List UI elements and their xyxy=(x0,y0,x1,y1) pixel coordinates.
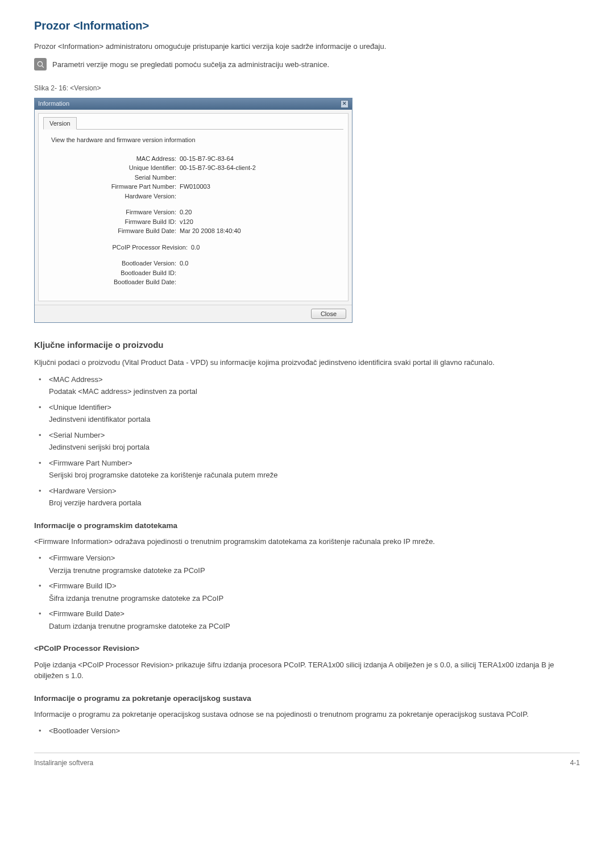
li-desc: Šifra izdanja trenutne programske datote… xyxy=(49,593,580,604)
close-icon[interactable]: ✕ xyxy=(341,100,349,108)
close-button[interactable]: Close xyxy=(311,309,346,319)
note-row: Parametri verzije mogu se pregledati pom… xyxy=(34,58,580,70)
li-title: <Serial Number> xyxy=(49,430,580,441)
figure-caption: Slika 2- 16: <Version> xyxy=(34,83,580,93)
vpd-heading: Ključne informacije o proizvodu xyxy=(34,339,580,352)
boot-list: <Bootloader Version> xyxy=(34,725,580,737)
boot-heading: Informacije o programu za pokretanje ope… xyxy=(34,693,580,704)
dialog-footer: Close xyxy=(35,305,352,322)
pcoip-heading: <PCoIP Processor Revision> xyxy=(34,643,580,654)
kv-value: 0.0 xyxy=(180,259,188,268)
kv-row: Firmware Version:0.20 xyxy=(100,207,343,217)
page-title: Prozor <Information> xyxy=(34,17,580,34)
kv-value: 0.20 xyxy=(180,207,192,217)
boot-block: Bootloader Version:0.0 Bootloader Build … xyxy=(100,259,343,287)
kv-label: Firmware Build Date: xyxy=(100,226,180,236)
li-title: <Hardware Version> xyxy=(49,485,580,497)
li-desc: Verzija trenutne programske datoteke za … xyxy=(49,565,580,576)
page-footer: Instaliranje softvera 4-1 xyxy=(34,753,580,768)
li-desc: Datum izdanja trenutne programske datote… xyxy=(49,621,580,632)
list-item: <Firmware Build Date>Datum izdanja trenu… xyxy=(34,608,580,632)
li-desc: Jedinstveni identifikator portala xyxy=(49,414,580,425)
footer-left: Instaliranje softvera xyxy=(34,758,93,768)
kv-row: Firmware Part Number:FW010003 xyxy=(100,182,343,192)
kv-row: Serial Number: xyxy=(100,173,343,182)
vpd-list: <MAC Address>Podatak <MAC address> jedin… xyxy=(34,374,580,509)
note-text: Parametri verzije mogu se pregledati pom… xyxy=(52,59,329,70)
kv-row: Bootloader Build ID: xyxy=(100,268,343,278)
list-item: <Unique Identifier>Jedinstveni identifik… xyxy=(34,402,580,425)
list-item: <Firmware Build ID>Šifra izdanja trenutn… xyxy=(34,580,580,604)
list-item: <MAC Address>Podatak <MAC address> jedin… xyxy=(34,374,580,397)
kv-row: Firmware Build Date:Mar 20 2008 18:40:40 xyxy=(100,226,343,236)
kv-label: Firmware Build ID: xyxy=(100,217,180,227)
li-title: <Firmware Version> xyxy=(49,553,580,564)
kv-label: Firmware Part Number: xyxy=(100,182,180,192)
fw-paragraph: <Firmware Information> odražava pojedino… xyxy=(34,536,580,547)
kv-row: Firmware Build ID:v120 xyxy=(100,217,343,227)
dialog-desc: View the hardware and firmware version i… xyxy=(51,135,343,145)
li-title: <Firmware Build Date> xyxy=(49,608,580,620)
fw-block: Firmware Version:0.20 Firmware Build ID:… xyxy=(100,207,343,236)
kv-label: Bootloader Build ID: xyxy=(100,268,180,278)
dialog-body: Version View the hardware and firmware v… xyxy=(38,113,349,301)
dialog-title: Information xyxy=(38,99,69,109)
vpd-block: MAC Address:00-15-B7-9C-83-64 Unique Ide… xyxy=(100,154,343,201)
li-desc: Serijski broj programske datoteke za kor… xyxy=(49,470,580,481)
kv-row: Unique Identifier:00-15-B7-9C-83-64-clie… xyxy=(100,163,343,173)
svg-line-1 xyxy=(42,65,44,68)
kv-value: v120 xyxy=(180,217,193,227)
list-item: <Hardware Version>Broj verzije hardvera … xyxy=(34,485,580,509)
kv-label: PCoIP Processor Revision: xyxy=(100,243,191,252)
kv-label: Unique Identifier: xyxy=(100,163,180,173)
pcoip-block: PCoIP Processor Revision:0.0 xyxy=(100,243,343,252)
kv-value: 0.0 xyxy=(191,243,200,252)
kv-row: Bootloader Version:0.0 xyxy=(100,259,343,268)
tab-version[interactable]: Version xyxy=(43,117,77,130)
kv-row: MAC Address:00-15-B7-9C-83-64 xyxy=(100,154,343,164)
kv-label: Bootloader Version: xyxy=(100,259,180,268)
fw-heading: Informacije o programskim datotekama xyxy=(34,520,580,531)
kv-label: Serial Number: xyxy=(100,173,180,182)
kv-row: Bootloader Build Date: xyxy=(100,277,343,287)
li-desc: Jedinstveni serijski broj portala xyxy=(49,442,580,453)
svg-point-0 xyxy=(38,61,42,66)
note-icon xyxy=(34,58,47,70)
kv-row: Hardware Version: xyxy=(100,192,343,201)
list-item: <Bootloader Version> xyxy=(34,725,580,737)
fw-list: <Firmware Version>Verzija trenutne progr… xyxy=(34,553,580,632)
intro-text: Prozor <Information> administratoru omog… xyxy=(34,41,580,52)
tab-row: Version xyxy=(43,117,343,130)
kv-label: MAC Address: xyxy=(100,154,180,164)
li-title: <Bootloader Version> xyxy=(49,725,580,737)
kv-label: Hardware Version: xyxy=(100,192,180,201)
li-title: <MAC Address> xyxy=(49,374,580,385)
information-dialog: Information ✕ Version View the hardware … xyxy=(34,98,352,323)
li-title: <Unique Identifier> xyxy=(49,402,580,413)
li-title: <Firmware Part Number> xyxy=(49,458,580,469)
kv-row: PCoIP Processor Revision:0.0 xyxy=(100,243,343,252)
kv-value: FW010003 xyxy=(180,182,210,192)
dialog-titlebar: Information ✕ xyxy=(35,98,352,110)
list-item: <Serial Number>Jedinstveni serijski broj… xyxy=(34,430,580,453)
kv-value: Mar 20 2008 18:40:40 xyxy=(180,226,241,236)
kv-label: Bootloader Build Date: xyxy=(100,277,180,287)
li-desc: Broj verzije hardvera portala xyxy=(49,497,580,509)
kv-value: 00-15-B7-9C-83-64-client-2 xyxy=(180,163,256,173)
list-item: <Firmware Part Number>Serijski broj prog… xyxy=(34,458,580,481)
li-desc: Podatak <MAC address> jedinstven za port… xyxy=(49,386,580,397)
list-item: <Firmware Version>Verzija trenutne progr… xyxy=(34,553,580,576)
li-title: <Firmware Build ID> xyxy=(49,580,580,592)
pcoip-paragraph: Polje izdanja <PCoIP Processor Revision>… xyxy=(34,659,580,682)
kv-value: 00-15-B7-9C-83-64 xyxy=(180,154,234,164)
boot-paragraph: Informacije o programu za pokretanje ope… xyxy=(34,709,580,720)
kv-label: Firmware Version: xyxy=(100,207,180,217)
vpd-paragraph: Ključni podaci o proizvodu (Vital Produc… xyxy=(34,357,580,368)
footer-right: 4-1 xyxy=(570,758,580,768)
